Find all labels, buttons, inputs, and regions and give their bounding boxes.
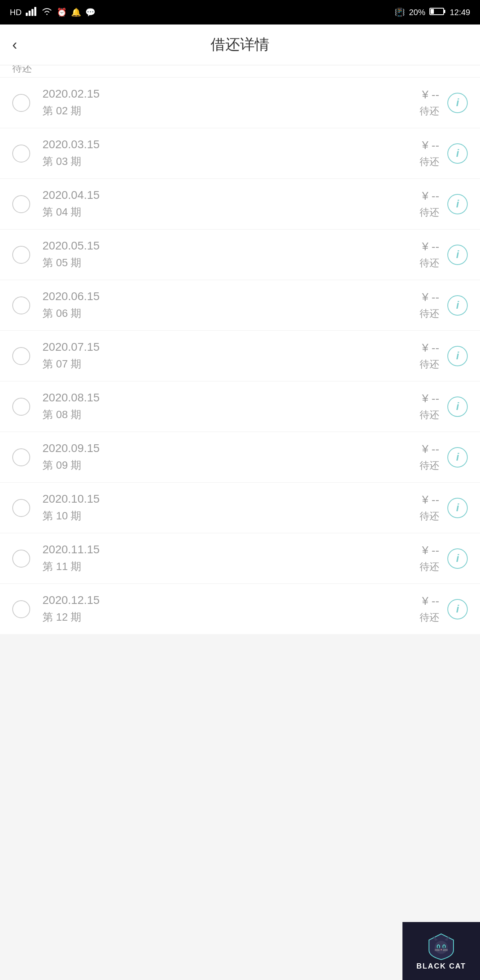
- back-button[interactable]: ‹: [12, 36, 17, 53]
- info-icon[interactable]: i: [447, 447, 468, 468]
- item-info: 2020.11.15 第 11 期: [42, 543, 420, 574]
- battery-percent: 20%: [409, 8, 425, 17]
- hd-icon: HD: [10, 8, 22, 17]
- wifi-icon: [41, 7, 53, 18]
- list-item[interactable]: 2020.07.15 第 07 期 ¥ -- 待还 i: [0, 331, 480, 381]
- info-icon[interactable]: i: [447, 93, 468, 113]
- item-status: 待还: [420, 560, 439, 573]
- item-period: 第 11 期: [42, 559, 420, 574]
- info-icon[interactable]: i: [447, 498, 468, 518]
- page-header: ‹ 借还详情: [0, 24, 480, 65]
- item-right: ¥ -- 待还: [420, 443, 439, 472]
- item-date: 2020.06.15: [42, 290, 420, 303]
- item-status: 待还: [420, 155, 439, 168]
- radio-button[interactable]: [12, 600, 30, 618]
- list-item[interactable]: 2020.08.15 第 08 期 ¥ -- 待还 i: [0, 381, 480, 432]
- list-item[interactable]: 2020.12.15 第 12 期 ¥ -- 待还 i: [0, 584, 480, 634]
- item-status: 待还: [420, 307, 439, 320]
- item-right: ¥ -- 待还: [420, 341, 439, 371]
- item-period: 第 03 期: [42, 154, 420, 169]
- item-status: 待还: [420, 105, 439, 118]
- radio-button[interactable]: [12, 145, 30, 163]
- item-info: 2020.04.15 第 04 期: [42, 189, 420, 219]
- item-amount: ¥ --: [422, 291, 439, 304]
- watermark: BLACK CAT: [402, 922, 480, 980]
- radio-button[interactable]: [12, 195, 30, 213]
- page-title: 借还详情: [211, 35, 269, 55]
- item-period: 第 09 期: [42, 458, 420, 472]
- svg-point-13: [444, 945, 445, 949]
- radio-button[interactable]: [12, 499, 30, 517]
- list-item[interactable]: 2020.03.15 第 03 期 ¥ -- 待还 i: [0, 128, 480, 179]
- item-info: 2020.06.15 第 06 期: [42, 290, 420, 321]
- svg-point-7: [435, 941, 448, 954]
- item-period: 第 06 期: [42, 306, 420, 321]
- radio-button[interactable]: [12, 347, 30, 365]
- repayment-list: 2020.02.15 第 02 期 ¥ -- 待还 i 2020.03.15 第…: [0, 78, 480, 634]
- list-item[interactable]: 2020.09.15 第 09 期 ¥ -- 待还 i: [0, 432, 480, 483]
- item-period: 第 07 期: [42, 357, 420, 371]
- item-right: ¥ -- 待还: [420, 595, 439, 624]
- info-icon[interactable]: i: [447, 396, 468, 417]
- item-date: 2020.02.15: [42, 87, 420, 100]
- info-icon[interactable]: i: [447, 194, 468, 214]
- time-display: 12:49: [450, 8, 470, 17]
- item-date: 2020.03.15: [42, 138, 420, 151]
- item-date: 2020.09.15: [42, 442, 420, 455]
- item-amount: ¥ --: [422, 341, 439, 354]
- item-info: 2020.10.15 第 10 期: [42, 492, 420, 523]
- notification-icon: 🔔: [71, 7, 81, 17]
- radio-button[interactable]: [12, 296, 30, 314]
- item-info: 2020.08.15 第 08 期: [42, 391, 420, 422]
- info-icon[interactable]: i: [447, 295, 468, 316]
- item-info: 2020.09.15 第 09 期: [42, 442, 420, 472]
- radio-button[interactable]: [12, 550, 30, 568]
- battery-icon: [429, 7, 446, 18]
- item-right: ¥ -- 待还: [420, 189, 439, 219]
- status-bar: HD ⏰ 🔔 💬 📳 20%: [0, 0, 480, 24]
- item-amount: ¥ --: [422, 88, 439, 101]
- info-icon[interactable]: i: [447, 599, 468, 619]
- info-icon[interactable]: i: [447, 346, 468, 366]
- radio-button[interactable]: [12, 448, 30, 466]
- item-amount: ¥ --: [422, 240, 439, 253]
- item-right: ¥ -- 待还: [420, 88, 439, 118]
- info-icon[interactable]: i: [447, 245, 468, 265]
- list-item[interactable]: 2020.10.15 第 10 期 ¥ -- 待还 i: [0, 483, 480, 533]
- item-status: 待还: [420, 510, 439, 523]
- item-date: 2020.04.15: [42, 189, 420, 202]
- item-amount: ¥ --: [422, 493, 439, 506]
- item-right: ¥ -- 待还: [420, 392, 439, 421]
- radio-button[interactable]: [12, 398, 30, 416]
- item-date: 2020.08.15: [42, 391, 420, 404]
- signal-icon: [26, 7, 37, 18]
- radio-button[interactable]: [12, 94, 30, 112]
- item-info: 2020.07.15 第 07 期: [42, 341, 420, 371]
- message-icon: 💬: [85, 7, 96, 17]
- item-period: 第 05 期: [42, 256, 420, 270]
- item-right: ¥ -- 待还: [420, 493, 439, 523]
- info-icon[interactable]: i: [447, 143, 468, 164]
- item-status: 待还: [420, 256, 439, 270]
- info-icon[interactable]: i: [447, 548, 468, 569]
- radio-button[interactable]: [12, 246, 30, 264]
- list-item[interactable]: 2020.06.15 第 06 期 ¥ -- 待还 i: [0, 280, 480, 331]
- list-item[interactable]: 2020.11.15 第 11 期 ¥ -- 待还 i: [0, 533, 480, 584]
- item-status: 待还: [420, 408, 439, 421]
- item-status: 待还: [420, 358, 439, 371]
- list-item[interactable]: 2020.05.15 第 05 期 ¥ -- 待还 i: [0, 229, 480, 280]
- item-date: 2020.05.15: [42, 239, 420, 252]
- alarm-icon: ⏰: [57, 7, 67, 17]
- svg-rect-0: [26, 13, 28, 16]
- item-period: 第 10 期: [42, 509, 420, 523]
- item-right: ¥ -- 待还: [420, 139, 439, 168]
- svg-rect-2: [31, 9, 33, 16]
- item-info: 2020.02.15 第 02 期: [42, 87, 420, 118]
- item-amount: ¥ --: [422, 544, 439, 557]
- item-info: 2020.03.15 第 03 期: [42, 138, 420, 169]
- list-item[interactable]: 2020.02.15 第 02 期 ¥ -- 待还 i: [0, 78, 480, 128]
- item-date: 2020.10.15: [42, 492, 420, 506]
- vibrate-icon: 📳: [395, 7, 405, 17]
- list-item[interactable]: 2020.04.15 第 04 期 ¥ -- 待还 i: [0, 179, 480, 229]
- item-date: 2020.12.15: [42, 594, 420, 607]
